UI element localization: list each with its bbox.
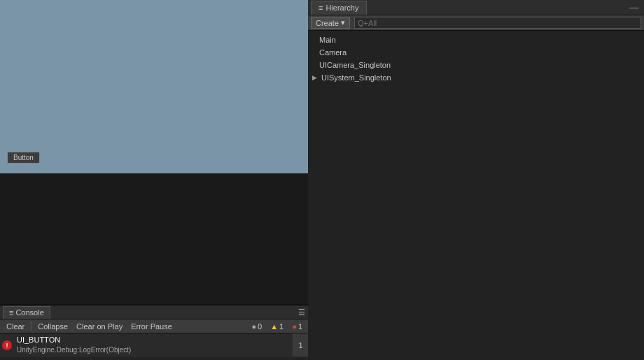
hierarchy-toolbar: Create ▾ — [308, 15, 644, 31]
hierarchy-item-label-uisystem: UISystem_Singleton — [321, 73, 391, 82]
left-panel: Button ≡ Console ☰ Clear Collapse Clear … — [0, 0, 308, 360]
hierarchy-item-uicamera[interactable]: UICamera_Singleton — [308, 59, 644, 71]
hierarchy-list: Main Camera UICamera_Singleton ▶ UISyste… — [308, 31, 644, 360]
console-toolbar: Clear Collapse Clear on Play Error Pause… — [0, 319, 308, 333]
error-icon: ● — [292, 322, 297, 331]
log-subtitle-0: UnityEngine.Debug:LogError(Object) — [17, 345, 290, 355]
scene-area — [0, 173, 308, 304]
console-log: ! UI_BUTTON UnityEngine.Debug:LogError(O… — [0, 333, 308, 360]
clear-on-play-button[interactable]: Clear on Play — [73, 322, 126, 331]
warn-icon: ▲ — [270, 322, 278, 331]
console-tab-label: Console — [15, 308, 43, 317]
hierarchy-tab-bar: ≡ Hierarchy — — [308, 0, 644, 15]
error-badge[interactable]: ● 1 — [289, 322, 305, 331]
clear-button[interactable]: Clear — [3, 322, 28, 331]
hierarchy-search-input[interactable] — [354, 17, 641, 29]
log-row-icon-0: ! — [0, 333, 14, 357]
collapse-button[interactable]: Collapse — [34, 322, 71, 331]
log-row-count-0: 1 — [293, 333, 308, 357]
toolbar-separator-1 — [31, 322, 31, 331]
hierarchy-item-main[interactable]: Main — [308, 34, 644, 46]
console-tab-icon: ≡ — [9, 308, 13, 317]
create-button[interactable]: Create ▾ — [311, 17, 350, 29]
hierarchy-item-camera[interactable]: Camera — [308, 46, 644, 59]
error-pause-button[interactable]: Error Pause — [127, 322, 176, 331]
info-count: 0 — [258, 322, 262, 331]
console-panel: ≡ Console ☰ Clear Collapse Clear on Play… — [0, 304, 308, 360]
warn-count: 1 — [279, 322, 284, 331]
log-row-text-0: UI_BUTTON UnityEngine.Debug:LogError(Obj… — [14, 333, 293, 357]
hierarchy-item-label-uicamera: UICamera_Singleton — [319, 61, 391, 69]
warn-badge[interactable]: ▲ 1 — [267, 322, 286, 331]
log-row-0[interactable]: ! UI_BUTTON UnityEngine.Debug:LogError(O… — [0, 333, 308, 357]
create-arrow-icon: ▾ — [341, 18, 345, 27]
game-ui-button[interactable]: Button — [7, 152, 40, 164]
hierarchy-item-label-camera: Camera — [319, 48, 346, 57]
log-title-0: UI_BUTTON — [17, 335, 290, 345]
console-tab[interactable]: ≡ Console — [3, 306, 50, 319]
hierarchy-tab-icon: ≡ — [318, 3, 323, 12]
hierarchy-item-label-main: Main — [319, 36, 336, 44]
create-label: Create — [316, 19, 339, 27]
info-badge[interactable]: ● 0 — [248, 322, 265, 331]
hierarchy-tab-label: Hierarchy — [326, 3, 358, 12]
game-view: Button — [0, 0, 308, 173]
hierarchy-tab[interactable]: ≡ Hierarchy — [311, 1, 367, 15]
error-circle-icon: ! — [2, 340, 12, 350]
hierarchy-lock-button[interactable]: — — [626, 2, 641, 13]
collapse-icon[interactable]: ☰ — [298, 308, 305, 317]
console-badges: ● 0 ▲ 1 ● 1 — [248, 322, 305, 331]
error-count: 1 — [298, 322, 302, 331]
hierarchy-item-uisystem[interactable]: ▶ UISystem_Singleton — [308, 71, 644, 84]
hierarchy-panel: ≡ Hierarchy — Create ▾ Main Camera UICam… — [308, 0, 644, 360]
info-icon: ● — [251, 322, 256, 331]
hierarchy-expand-arrow-icon: ▶ — [312, 74, 317, 81]
console-tab-bar: ≡ Console ☰ — [0, 305, 308, 319]
